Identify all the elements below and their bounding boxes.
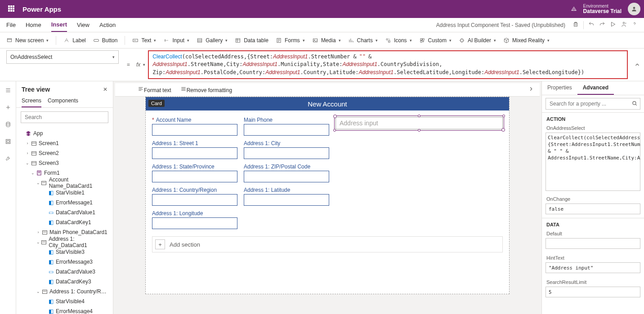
- forms-dropdown[interactable]: Forms▾: [276, 37, 305, 44]
- tree-node-err1[interactable]: ◧ErrorMessage1: [16, 198, 113, 208]
- expand-panel-icon[interactable]: [528, 86, 534, 93]
- menu-home[interactable]: Home: [26, 18, 41, 32]
- tree-node-acct-card[interactable]: ⌄Account Name_DataCard1: [16, 178, 113, 188]
- input-zip[interactable]: [244, 171, 329, 182]
- tab-screens[interactable]: Screens: [22, 95, 41, 107]
- tree-search-input[interactable]: [21, 111, 108, 123]
- label-button[interactable]: Label: [63, 37, 85, 44]
- formula-input[interactable]: ClearCollect(colSelectedAddress,{Street:…: [148, 50, 628, 79]
- card-badge: Card: [148, 100, 165, 107]
- input-longitude[interactable]: [152, 217, 237, 229]
- selection-box: [334, 115, 504, 131]
- tree-node-dck3[interactable]: ◧DataCardKey3: [16, 277, 113, 287]
- input-latitude[interactable]: [244, 194, 329, 206]
- media-dropdown[interactable]: Media▾: [312, 37, 341, 44]
- tree-node-screen1[interactable]: ›Screen1: [16, 138, 113, 148]
- prop-searchlimit-value[interactable]: 5: [546, 287, 640, 297]
- tab-components[interactable]: Components: [48, 95, 78, 107]
- svg-rect-18: [7, 141, 9, 143]
- remove-formatting-button[interactable]: Remove formatting: [180, 86, 232, 93]
- svg-rect-17: [6, 140, 10, 144]
- environment-picker[interactable]: Environment Dataverse Trial: [583, 4, 622, 14]
- add-section-button[interactable]: +Add section: [152, 236, 503, 252]
- section-action: ACTION: [542, 112, 644, 123]
- input-state[interactable]: [152, 171, 237, 182]
- input-street1[interactable]: [152, 147, 237, 159]
- ai-builder-dropdown[interactable]: AI Builder▾: [459, 37, 496, 44]
- waffle-icon[interactable]: [8, 5, 15, 13]
- tree-node-star4[interactable]: ◧StarVisible4: [16, 296, 113, 306]
- formula-expand-icon[interactable]: [631, 49, 644, 81]
- property-search-input[interactable]: [546, 98, 640, 110]
- menu-bar: File Home Insert View Action Address Inp…: [0, 18, 644, 32]
- undo-icon[interactable]: [588, 21, 595, 29]
- menu-action[interactable]: Action: [99, 18, 116, 32]
- svg-rect-2: [7, 38, 11, 41]
- label-zip: Address 1: ZIP/Postal Code: [244, 164, 329, 170]
- prop-hint-value[interactable]: "Address input": [546, 262, 640, 273]
- tree-node-dcv1[interactable]: ▭DataCardValue1: [16, 208, 113, 217]
- tree-node-app[interactable]: App: [16, 128, 113, 138]
- charts-dropdown[interactable]: Charts▾: [348, 37, 378, 44]
- prop-onchange-value[interactable]: false: [546, 203, 640, 214]
- tab-properties[interactable]: Properties: [542, 81, 577, 95]
- input-dropdown[interactable]: Input▾: [163, 37, 189, 44]
- svg-rect-8: [313, 39, 317, 42]
- icons-dropdown[interactable]: Icons▾: [385, 37, 412, 44]
- mixed-reality-dropdown[interactable]: Mixed Reality▾: [503, 37, 550, 44]
- tree-node-screen2[interactable]: ›Screen2: [16, 148, 113, 158]
- tree-node-citycard[interactable]: ⌄Address 1: City_DataCard1: [16, 237, 113, 247]
- insert-rail-icon[interactable]: [0, 102, 16, 113]
- fx-label: fx: [134, 49, 143, 81]
- avatar[interactable]: [628, 3, 640, 15]
- preview-icon[interactable]: [610, 21, 616, 29]
- input-main-phone[interactable]: [244, 124, 329, 136]
- tree-node-dck1[interactable]: ◧DataCardKey1: [16, 217, 113, 227]
- svg-point-0: [633, 7, 635, 9]
- section-data: DATA: [542, 218, 644, 228]
- app-checker-icon[interactable]: [572, 21, 579, 29]
- tree-node-screen3[interactable]: ⌄Screen3: [16, 158, 113, 168]
- prop-onaddressselect-value[interactable]: ClearCollect(colSelectedAddress,{Street:…: [546, 133, 640, 191]
- tree-node-dcv3[interactable]: ▭DataCardValue3: [16, 267, 113, 277]
- share-icon[interactable]: [621, 21, 627, 29]
- button-button[interactable]: Button: [93, 37, 118, 44]
- input-account-name[interactable]: [152, 124, 237, 136]
- data-table-button[interactable]: Data table: [235, 37, 268, 44]
- tab-advanced[interactable]: Advanced: [577, 81, 614, 95]
- equals-sign: =: [123, 49, 134, 81]
- svg-rect-5: [197, 38, 201, 42]
- tree-node-err3[interactable]: ◧ErrorMessage3: [16, 257, 113, 267]
- prop-default-value[interactable]: [546, 238, 640, 249]
- tree-node-star3[interactable]: ◧StarVisible3: [16, 247, 113, 257]
- environment-icon: [571, 6, 577, 12]
- new-screen-button[interactable]: New screen▾: [6, 37, 49, 44]
- app-title: Power Apps: [22, 5, 61, 13]
- tree-node-err4[interactable]: ◧ErrorMessage4: [16, 306, 113, 314]
- prop-onaddressselect-label: OnAddressSelect: [542, 123, 644, 132]
- tree-node-star1[interactable]: ◧StarVisible1: [16, 188, 113, 198]
- menu-view[interactable]: View: [77, 18, 89, 32]
- input-country[interactable]: [152, 194, 237, 206]
- label-account-name: *Account Name: [152, 117, 237, 123]
- media-rail-icon[interactable]: [0, 136, 16, 147]
- property-dropdown[interactable]: OnAddressSelect▾: [6, 50, 119, 64]
- label-main-phone: Main Phone: [244, 117, 329, 123]
- menu-file[interactable]: File: [6, 18, 16, 32]
- format-text-button[interactable]: Format text: [138, 86, 171, 93]
- tree-node-countrycard[interactable]: ⌄Address 1: Country/Region_DataCard1: [16, 287, 113, 296]
- redo-icon[interactable]: [599, 21, 605, 29]
- tree-view-icon[interactable]: [0, 85, 16, 96]
- menu-insert[interactable]: Insert: [51, 18, 67, 32]
- input-city[interactable]: [244, 147, 329, 159]
- insert-toolbar: New screen▾ Label Button Text▾ Input▾ Ga…: [0, 32, 644, 49]
- canvas[interactable]: Card New Account *Account Name Address 1…: [145, 97, 510, 294]
- text-dropdown[interactable]: Text▾: [132, 37, 156, 44]
- tools-rail-icon[interactable]: [0, 153, 16, 164]
- data-rail-icon[interactable]: [0, 119, 16, 130]
- gallery-dropdown[interactable]: Gallery▾: [197, 37, 228, 44]
- close-icon[interactable]: ✕: [103, 86, 107, 93]
- custom-dropdown[interactable]: Custom▾: [419, 37, 452, 44]
- help-icon[interactable]: [631, 21, 638, 29]
- form-header: New Account: [146, 97, 509, 111]
